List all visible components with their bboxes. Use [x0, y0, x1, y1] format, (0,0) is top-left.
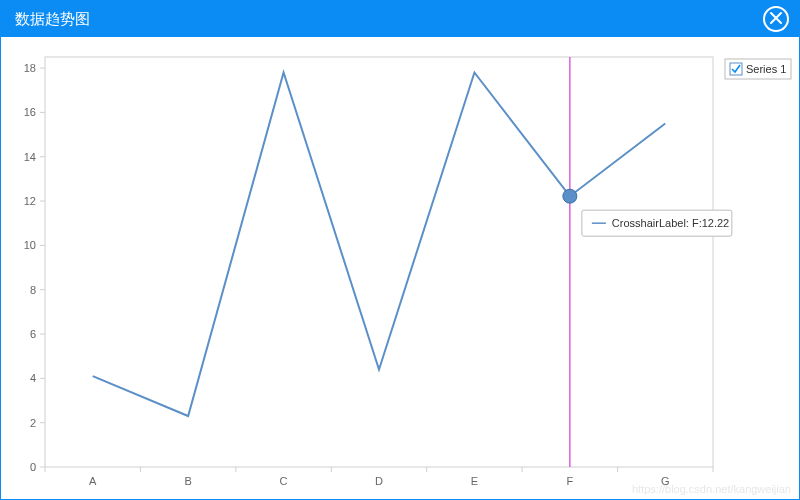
x-tick-label: G: [661, 475, 670, 487]
y-tick-label: 16: [24, 106, 36, 118]
y-tick-label: 8: [30, 284, 36, 296]
x-tick-label: F: [566, 475, 573, 487]
dialog-window: 数据趋势图 024681012141618ABCDEFGCrosshairLab…: [0, 0, 800, 500]
legend-checkbox[interactable]: [730, 63, 742, 75]
chart-area[interactable]: 024681012141618ABCDEFGCrosshairLabel: F:…: [1, 37, 799, 499]
series-line: [93, 73, 666, 417]
y-tick-label: 10: [24, 239, 36, 251]
x-tick-label: B: [184, 475, 191, 487]
x-tick-label: C: [280, 475, 288, 487]
x-tick-label: E: [471, 475, 478, 487]
y-tick-label: 4: [30, 372, 36, 384]
legend-series-label: Series 1: [746, 63, 786, 75]
close-icon: [769, 11, 783, 28]
plot-border: [45, 57, 713, 467]
titlebar: 数据趋势图: [1, 1, 799, 37]
y-tick-label: 18: [24, 62, 36, 74]
line-chart[interactable]: 024681012141618ABCDEFGCrosshairLabel: F:…: [1, 37, 799, 499]
y-tick-label: 12: [24, 195, 36, 207]
x-tick-label: A: [89, 475, 97, 487]
y-tick-label: 2: [30, 417, 36, 429]
y-tick-label: 14: [24, 151, 36, 163]
dialog-title: 数据趋势图: [15, 10, 90, 29]
crosshair-tooltip-label: CrosshairLabel: F:12.22: [612, 217, 729, 229]
y-tick-label: 0: [30, 461, 36, 473]
close-button[interactable]: [763, 6, 789, 32]
y-tick-label: 6: [30, 328, 36, 340]
crosshair-marker: [563, 189, 577, 203]
x-tick-label: D: [375, 475, 383, 487]
